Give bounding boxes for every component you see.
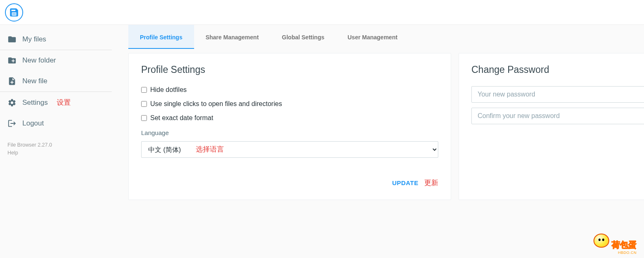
update-annotation: 更新 [424,178,438,188]
sidebar-footer: File Browser 2.27.0 Help [0,134,112,164]
app-version: File Browser 2.27.0 [7,141,104,149]
tab-share-management[interactable]: Share Management [194,25,270,49]
save-disk-icon [9,7,19,18]
tab-global-settings[interactable]: Global Settings [270,25,336,49]
language-label: Language [141,129,438,136]
single-click-checkbox[interactable] [141,101,147,107]
profile-settings-card: Profile Settings Hide dotfiles Use singl… [128,53,451,200]
sidebar-label: My files [22,35,46,43]
logout-icon [7,119,17,128]
folder-icon [7,35,17,44]
exact-date-label: Set exact date format [150,114,213,122]
settings-annotation: 设置 [57,98,71,107]
watermark-sub: HBDO.CN [594,251,637,255]
tab-user-management[interactable]: User Management [336,25,409,49]
main-content: Profile Settings Share Management Global… [112,25,644,258]
language-select[interactable]: 中文 (简体) [141,141,438,158]
hide-dotfiles-label: Hide dotfiles [150,86,187,94]
svg-rect-1 [12,13,16,14]
new-password-input[interactable] [471,86,644,103]
sidebar-label: New file [22,77,47,85]
exact-date-row[interactable]: Set exact date format [141,114,438,122]
sidebar-label: New folder [22,56,56,65]
sidebar-item-logout[interactable]: Logout [0,113,112,134]
sidebar-label: Settings [22,99,48,107]
change-password-card: Change Password [459,53,644,200]
exact-date-checkbox[interactable] [141,115,147,121]
confirm-password-input[interactable] [471,108,644,124]
folder-plus-icon [7,56,17,65]
single-click-row[interactable]: Use single clicks to open files and dire… [141,100,438,108]
tab-profile-settings[interactable]: Profile Settings [128,25,194,49]
app-logo[interactable] [5,3,23,22]
top-header [0,0,644,25]
sidebar-item-new-file[interactable]: New file [0,71,112,92]
svg-rect-2 [12,14,16,14]
watermark-main: 荷包蛋 [612,239,637,251]
gear-icon [7,98,17,107]
file-plus-icon [7,77,17,86]
profile-settings-title: Profile Settings [141,64,438,75]
hide-dotfiles-row[interactable]: Hide dotfiles [141,86,438,94]
single-click-label: Use single clicks to open files and dire… [150,100,282,108]
sidebar-item-new-folder[interactable]: New folder [0,50,112,71]
watermark: 荷包蛋 HBDO.CN [594,234,637,255]
sidebar-item-settings[interactable]: Settings 设置 [0,92,112,113]
hide-dotfiles-checkbox[interactable] [141,87,147,93]
sidebar-label: Logout [22,119,44,128]
svg-rect-0 [12,12,17,16]
sidebar-item-my-files[interactable]: My files [0,29,112,50]
egg-face-icon [594,234,609,248]
change-password-title: Change Password [471,64,644,75]
help-link[interactable]: Help [7,149,104,157]
sidebar: My files New folder New file Settings 设置… [0,25,112,258]
update-button[interactable]: UPDATE [392,178,418,188]
settings-tabs: Profile Settings Share Management Global… [112,25,644,49]
